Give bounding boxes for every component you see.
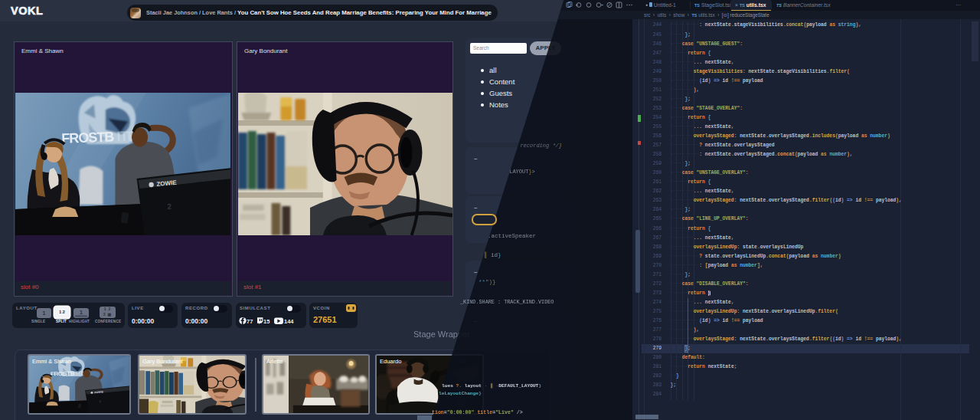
svg-text:FROSTB: FROSTB (61, 129, 115, 146)
svg-text:FROSTB: FROSTB (51, 370, 76, 377)
